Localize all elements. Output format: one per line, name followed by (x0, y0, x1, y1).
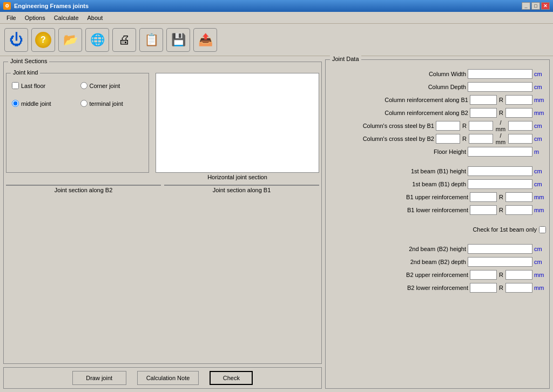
col-reinf-b2-label: Column reinforcement along B2 (385, 110, 468, 116)
radio-middle-joint-label: middle joint (21, 100, 51, 107)
col-reinf-b1-unit: mm (534, 97, 546, 103)
col-reinf-b2-unit: mm (534, 110, 546, 116)
open-button[interactable]: 📂 (58, 28, 82, 52)
menu-about[interactable]: About (83, 13, 107, 22)
b1-depth-input[interactable] (468, 179, 532, 189)
joint-data-title: Joint Data (330, 56, 361, 62)
b2-lower-reinf-input2[interactable] (505, 283, 532, 293)
check-button[interactable]: Check (210, 371, 253, 385)
b1-lower-reinf-input1[interactable] (470, 205, 497, 215)
radio-terminal-joint[interactable]: terminal joint (80, 100, 144, 107)
b2-depth-input[interactable] (468, 257, 532, 267)
joint-sections-title: Joint Sections (8, 58, 49, 64)
export-button[interactable]: 📤 (193, 28, 217, 52)
minimize-button[interactable]: _ (522, 2, 530, 10)
b2-lower-reinf-r: R (498, 285, 504, 291)
col-width-row: Column Width cm (329, 69, 546, 79)
b2-depth-unit: cm (534, 259, 546, 265)
col-cross-b1-r: R (462, 123, 467, 129)
col-reinf-b2-input1[interactable] (470, 108, 497, 118)
b1-upper-reinf-label: B1 upper reinforcement (406, 194, 468, 200)
spacer-1 (329, 159, 546, 164)
menu-calculate[interactable]: Calculate (50, 13, 83, 22)
col-cross-b1-slash: / mm (495, 119, 507, 132)
b1-lower-reinf-input2[interactable] (505, 205, 532, 215)
b2-upper-reinf-input1[interactable] (470, 270, 497, 280)
floor-height-row: Floor Height m (329, 146, 546, 157)
main-content: Joint Sections Joint kind Last floor (0, 56, 553, 392)
b1-height-row: 1st beam (B1) height cm (329, 166, 546, 177)
check-b1-only-label: Check for 1st beam only (473, 226, 537, 233)
col-cross-b1-input1[interactable] (436, 121, 460, 131)
sections-content: Joint kind Last floor Corner joint (6, 64, 319, 193)
check-b1-only-checkbox[interactable] (539, 226, 546, 233)
close-button[interactable]: ✕ (541, 2, 550, 10)
along-b2-diagram (6, 185, 161, 186)
radio-corner-joint[interactable]: Corner joint (80, 82, 144, 89)
col-cross-b1-input2[interactable] (469, 121, 493, 131)
right-panel: Joint Data Column Width cm Column Depth … (325, 59, 550, 389)
b2-lower-reinf-input1[interactable] (470, 283, 497, 293)
draw-joint-button[interactable]: Draw joint (72, 371, 126, 385)
col-depth-row: Column Depth cm (329, 82, 546, 92)
radio-corner-joint-label: Corner joint (90, 83, 120, 89)
joint-kind-group: Joint kind Last floor Corner joint (6, 73, 149, 173)
b1-lower-reinf-label: B1 lower reinforcement (407, 207, 468, 213)
b1-depth-row: 1st beam (B1) depth cm (329, 179, 546, 190)
b2-lower-reinf-label: B2 lower reinforcement (407, 285, 468, 291)
col-cross-b2-input1[interactable] (436, 134, 460, 144)
radio-middle-joint[interactable]: middle joint (12, 100, 75, 107)
floor-height-label: Floor Height (434, 148, 466, 155)
b1-upper-reinf-unit: mm (534, 194, 546, 200)
b1-lower-reinf-row: B1 lower reinforcement R mm (329, 205, 546, 215)
b1-upper-reinf-input2[interactable] (505, 192, 532, 202)
radio-terminal-joint-input[interactable] (80, 100, 87, 107)
paste-icon: 📋 (144, 33, 159, 47)
b1-lower-reinf-unit: mm (534, 207, 546, 213)
paste-button[interactable]: 📋 (139, 28, 163, 52)
b1-height-unit: cm (534, 168, 546, 174)
menu-file[interactable]: File (2, 13, 21, 22)
col-reinf-b1-input1[interactable] (470, 95, 497, 105)
maximize-button[interactable]: □ (531, 2, 540, 10)
checkbox-last-floor[interactable] (12, 82, 19, 89)
b1-upper-reinf-input1[interactable] (470, 192, 497, 202)
joint-kind-title: Joint kind (11, 69, 40, 76)
power-button[interactable]: ⏻ (4, 28, 28, 52)
col-reinf-b2-input2[interactable] (505, 108, 532, 118)
print-button[interactable]: 🖨 (112, 28, 136, 52)
power-icon: ⏻ (9, 31, 23, 48)
col-cross-b1-row: Column's cross steel by B1 R / mm cm (329, 120, 546, 131)
col-cross-b2-label: Column's cross steel by B2 (363, 136, 434, 142)
radio-middle-joint-input[interactable] (12, 100, 19, 107)
b2-lower-reinf-row: B2 lower reinforcement R mm (329, 282, 546, 293)
network-button[interactable]: 🌐 (85, 28, 109, 52)
col-cross-b1-input3[interactable] (508, 121, 532, 131)
title-bar: ⚙ Engineering Frames joints _ □ ✕ (0, 0, 553, 12)
check-b1-only-row: Check for 1st beam only (329, 224, 546, 235)
b2-upper-reinf-input2[interactable] (505, 270, 532, 280)
along-b2-container: Joint section along B2 (6, 185, 161, 193)
spacer-3 (329, 237, 546, 241)
print-icon: 🖨 (118, 33, 130, 47)
col-depth-input[interactable] (468, 82, 532, 92)
col-reinf-b1-input2[interactable] (505, 95, 532, 105)
save-button[interactable]: 💾 (166, 28, 190, 52)
col-cross-b1-label: Column's cross steel by B1 (363, 123, 434, 129)
floor-height-input[interactable] (468, 147, 532, 157)
radio-last-floor[interactable]: Last floor (12, 82, 75, 89)
b2-height-row: 2nd beam (B2) height cm (329, 244, 546, 254)
help-button[interactable]: ? (31, 28, 55, 52)
col-cross-b1-unit: cm (534, 123, 546, 129)
window-controls[interactable]: _ □ ✕ (522, 2, 550, 10)
col-width-unit: cm (534, 71, 546, 77)
col-cross-b2-input3[interactable] (508, 134, 532, 144)
menu-options[interactable]: Options (21, 13, 50, 22)
b2-upper-reinf-unit: mm (534, 272, 546, 278)
col-width-input[interactable] (468, 69, 532, 79)
calculation-note-button[interactable]: Calculation Note (137, 371, 199, 385)
b1-height-input[interactable] (468, 166, 532, 176)
radio-corner-joint-input[interactable] (80, 82, 87, 89)
b2-height-input[interactable] (468, 244, 532, 254)
col-cross-b2-input2[interactable] (469, 134, 493, 144)
